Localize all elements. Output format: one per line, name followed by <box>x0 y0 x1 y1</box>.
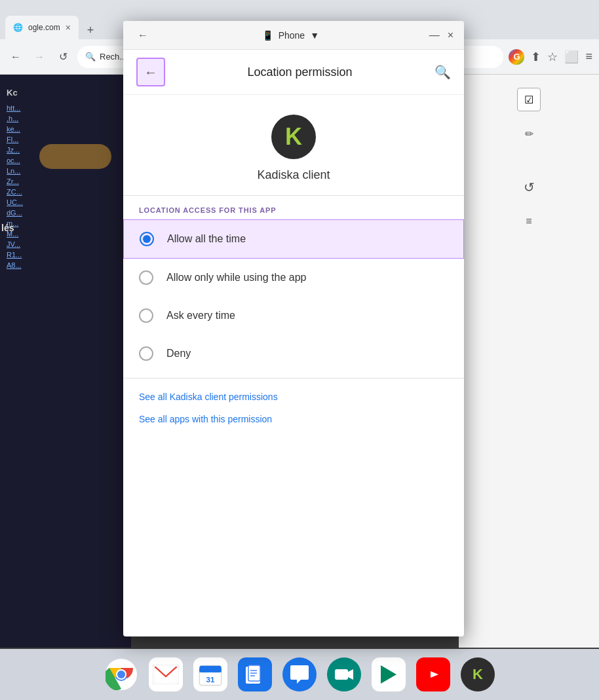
meet-icon <box>332 663 356 686</box>
bookmark-icon[interactable]: ☆ <box>547 50 558 64</box>
sidebar-section-label: lés <box>1 223 14 233</box>
sidebar-link[interactable]: JV... <box>7 240 125 248</box>
google-g-icon: G <box>509 49 524 65</box>
option-allow-all[interactable]: Allow all the time <box>123 219 464 259</box>
sidebar-link[interactable]: M... <box>7 230 125 238</box>
svg-text:31: 31 <box>206 675 215 684</box>
taskbar-calendar[interactable]: 31 31 <box>193 657 227 691</box>
sidebar-link[interactable]: Zr... <box>7 177 125 185</box>
option-allow-while-using[interactable]: Allow only while using the app <box>123 259 464 297</box>
phone-dialog: ← 📱 Phone ▼ — × ← Location permission 🔍 … <box>123 21 464 636</box>
sidebar-link[interactable]: m... <box>7 219 125 227</box>
option-ask-every-time[interactable]: Ask every time <box>123 297 464 335</box>
sidebar-link[interactable]: R1... <box>7 251 125 259</box>
browser-reload-btn[interactable]: ↺ <box>517 175 541 199</box>
dialog-title-bar: ← 📱 Phone ▼ — × <box>123 21 464 50</box>
playstore-icon <box>377 663 400 686</box>
extensions-icon[interactable]: ⬜ <box>564 50 579 64</box>
address-text: Rech... <box>100 52 126 62</box>
all-permissions-link[interactable]: See all Kadiska client permissions <box>139 392 448 402</box>
share-icon[interactable]: ⬆ <box>531 50 541 64</box>
app-icon-letter: K <box>285 123 302 151</box>
sidebar-link[interactable]: UC... <box>7 198 125 206</box>
dialog-back-button[interactable]: ← <box>134 26 152 45</box>
taskbar-chrome[interactable] <box>104 657 138 691</box>
taskbar-youtube[interactable] <box>416 657 450 691</box>
permission-header-bar: ← Location permission 🔍 <box>123 50 464 95</box>
forward-button[interactable]: → <box>30 48 48 66</box>
radio-allow-all <box>140 232 154 246</box>
tab-favicon: 🌐 <box>13 23 23 32</box>
phone-label: Phone <box>279 30 305 41</box>
gmail-icon <box>153 665 179 684</box>
browser-tab[interactable]: 🌐 ogle.com × <box>5 16 79 39</box>
taskbar-playstore[interactable] <box>372 657 406 691</box>
brown-button <box>39 144 111 169</box>
app-info-section: K Kadiska client <box>123 95 464 195</box>
taskbar-gmail[interactable] <box>149 657 183 691</box>
reload-icon: ↺ <box>59 50 68 63</box>
browser-action-btn[interactable]: ☑ <box>517 88 541 111</box>
taskbar-meet[interactable] <box>327 657 361 691</box>
page-title: Location permission <box>247 65 352 79</box>
section-label: LOCATION ACCESS FOR THIS APP <box>123 196 464 219</box>
option-allow-all-label: Allow all the time <box>167 233 246 245</box>
dialog-title-center: 📱 Phone ▼ <box>262 30 319 41</box>
taskbar: 31 31 <box>0 649 599 700</box>
back-btn-highlighted[interactable]: ← <box>136 58 165 86</box>
links-section: See all Kadiska client permissions See a… <box>123 378 464 437</box>
option-deny-label: Deny <box>166 348 191 359</box>
taskbar-kadiska[interactable]: K <box>461 657 495 691</box>
tab-label: ogle.com <box>28 23 60 32</box>
app-name: Kadiska client <box>257 168 330 182</box>
taskbar-messages[interactable] <box>282 657 317 691</box>
svg-text:K: K <box>473 666 483 682</box>
svg-rect-9 <box>199 669 221 672</box>
browser-edit-btn[interactable]: ✏ <box>517 122 541 145</box>
search-icon: 🔍 <box>85 52 96 62</box>
dialog-back-icon: ← <box>138 29 148 41</box>
sidebar-link[interactable]: htt... <box>7 104 125 112</box>
svg-point-3 <box>117 671 125 678</box>
calendar-icon: 31 31 <box>197 661 223 688</box>
taskbar-files[interactable] <box>238 657 272 691</box>
svg-marker-17 <box>348 669 353 680</box>
dialog-controls: — × <box>429 29 454 41</box>
sidebar-link[interactable]: A8... <box>7 261 125 269</box>
all-apps-link[interactable]: See all apps with this permission <box>139 414 448 424</box>
kadiska-icon: K <box>465 662 490 687</box>
back-button[interactable]: ← <box>7 48 25 66</box>
menu-icon[interactable]: ≡ <box>585 50 592 64</box>
option-allow-while-label: Allow only while using the app <box>166 272 306 284</box>
sidebar-link[interactable]: Fl... <box>7 136 125 143</box>
tab-close-button[interactable]: × <box>66 22 71 33</box>
back-arrow-icon: ← <box>144 65 157 80</box>
sidebar-link[interactable]: ZC... <box>7 188 125 196</box>
messages-icon <box>288 663 311 686</box>
svg-marker-18 <box>381 665 396 684</box>
chrome-icon <box>106 659 137 690</box>
option-deny[interactable]: Deny <box>123 335 464 373</box>
minimize-button[interactable]: — <box>429 29 440 41</box>
new-tab-button[interactable]: + <box>81 21 100 39</box>
youtube-icon <box>421 663 445 686</box>
svg-rect-16 <box>335 669 348 680</box>
radio-ask-every <box>139 308 153 323</box>
files-icon <box>243 663 267 686</box>
radio-allow-while <box>139 270 153 285</box>
close-button[interactable]: × <box>448 29 454 41</box>
radio-deny <box>139 346 153 361</box>
search-button[interactable]: 🔍 <box>435 64 451 80</box>
reload-button[interactable]: ↺ <box>54 48 72 66</box>
dropdown-icon[interactable]: ▼ <box>310 30 319 41</box>
app-icon: K <box>271 115 316 159</box>
sidebar-link[interactable]: .h... <box>7 115 125 122</box>
toolbar-right: G ⬆ ☆ ⬜ ≡ <box>509 49 592 65</box>
phone-icon: 📱 <box>262 30 273 41</box>
sidebar-label: Kc <box>7 88 125 98</box>
browser-hamburger-btn[interactable]: ≡ <box>517 210 541 233</box>
option-ask-label: Ask every time <box>166 310 235 322</box>
sidebar-link[interactable]: ke... <box>7 125 125 133</box>
sidebar-link[interactable]: dG... <box>7 209 125 217</box>
